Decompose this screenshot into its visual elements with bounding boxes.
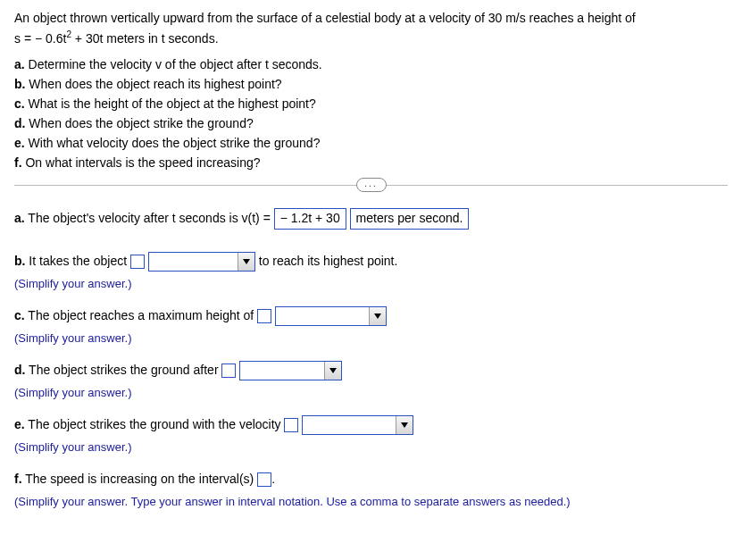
equation-term1: − 0.6t [35, 31, 66, 46]
chevron-down-icon [238, 253, 254, 271]
divider-wrap: ... [14, 185, 728, 186]
answer-e-input[interactable] [284, 418, 298, 432]
part-b: When does the object reach its highest p… [29, 77, 281, 91]
answer-f-pre: The speed is increasing on the interval(… [25, 472, 254, 486]
hint-b: (Simplify your answer.) [14, 277, 728, 290]
answer-f: f. The speed is increasing on the interv… [14, 466, 728, 491]
answer-a: a. The object's velocity after t seconds… [14, 205, 728, 230]
answer-b-input[interactable] [130, 255, 145, 269]
chevron-down-icon [369, 307, 386, 325]
hint-d: (Simplify your answer.) [14, 386, 728, 399]
svg-marker-2 [329, 368, 337, 373]
label-c2: c. [14, 308, 25, 322]
svg-marker-3 [401, 422, 408, 428]
label-a2: a. [14, 211, 25, 225]
answer-c-input[interactable] [257, 309, 271, 323]
answer-a-unit-box[interactable]: meters per second. [350, 208, 470, 230]
part-f: On what intervals is the speed increasin… [25, 155, 260, 170]
answer-b-unit-dropdown[interactable] [148, 252, 255, 272]
part-d: When does the object strike the ground? [29, 116, 253, 130]
label-b2: b. [14, 254, 25, 268]
part-c: What is the height of the object at the … [29, 96, 316, 111]
hint-e: (Simplify your answer.) [14, 440, 728, 454]
answer-e: e. The object strikes the ground with th… [14, 412, 728, 437]
answer-b-post: to reach its highest point. [259, 254, 398, 268]
problem-statement: An object thrown vertically upward from … [14, 9, 728, 48]
answer-e-unit-dropdown[interactable] [302, 415, 413, 435]
answer-c-unit-dropdown[interactable] [275, 306, 387, 326]
svg-marker-0 [243, 259, 250, 264]
answer-c-pre: The object reaches a maximum height of [28, 308, 254, 322]
answer-d-unit-dropdown[interactable] [239, 361, 342, 380]
answer-e-pre: The object strikes the ground with the v… [28, 417, 280, 431]
chevron-down-icon [324, 362, 341, 380]
answer-b-pre: It takes the object [29, 254, 127, 268]
answer-d-pre: The object strikes the ground after [29, 363, 218, 377]
answer-a-pre: The object's velocity after t seconds is… [28, 211, 271, 225]
label-a: a. [14, 57, 25, 71]
expand-button[interactable]: ... [356, 178, 387, 192]
chevron-down-icon [396, 416, 413, 434]
intro-line-1: An object thrown vertically upward from … [14, 11, 636, 25]
answer-c: c. The object reaches a maximum height o… [14, 303, 728, 328]
label-f2: f. [14, 472, 22, 486]
answer-f-post: . [271, 472, 275, 486]
label-c: c. [14, 96, 25, 111]
part-a: Determine the velocity v of the object a… [29, 57, 322, 71]
answer-d-input[interactable] [221, 364, 236, 378]
label-d: d. [14, 116, 25, 130]
label-f: f. [14, 155, 22, 170]
equation-rest: + 30t meters in t seconds. [71, 31, 219, 46]
subparts-list: a. Determine the velocity v of the objec… [14, 55, 728, 172]
hint-c: (Simplify your answer.) [14, 331, 728, 345]
answer-d: d. The object strikes the ground after [14, 357, 728, 382]
label-e: e. [14, 136, 25, 150]
svg-marker-1 [374, 313, 381, 319]
equation-prefix: s = [14, 31, 35, 46]
hint-f: (Simplify your answer. Type your answer … [14, 495, 728, 508]
label-e2: e. [14, 417, 25, 431]
label-d2: d. [14, 363, 25, 377]
answer-b: b. It takes the object to reach its high… [14, 248, 728, 273]
answer-a-value-box[interactable]: − 1.2t + 30 [274, 208, 346, 230]
part-e: With what velocity does the object strik… [29, 136, 321, 150]
label-b: b. [14, 77, 25, 91]
answer-f-input[interactable] [257, 472, 271, 487]
